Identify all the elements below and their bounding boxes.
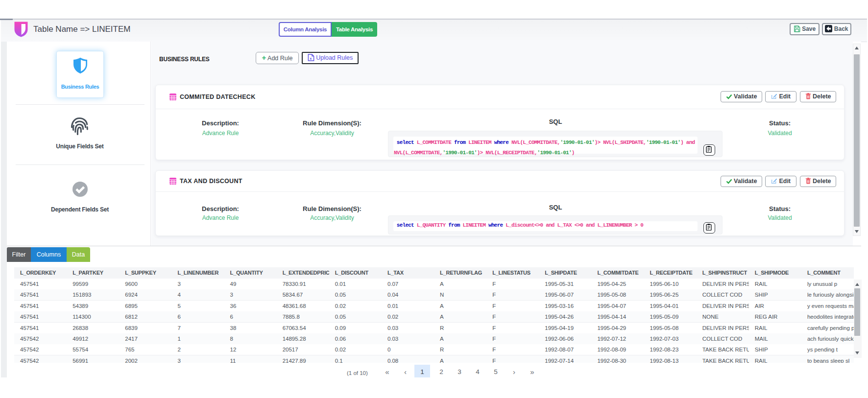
svg-text:x: x [310, 56, 312, 61]
